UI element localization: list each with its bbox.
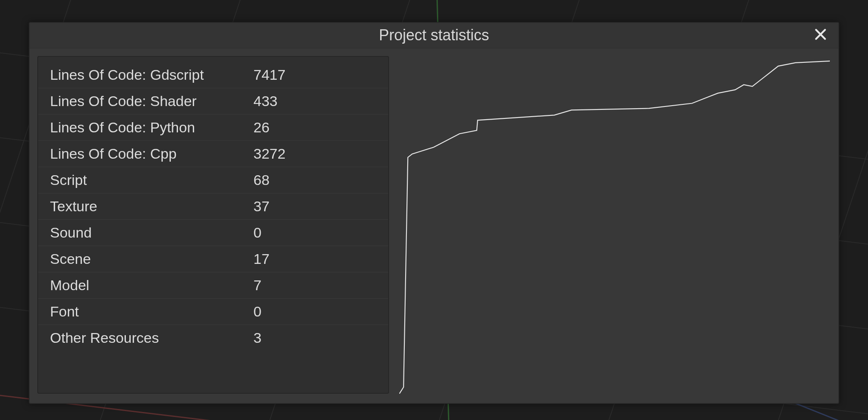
table-row: Model7 — [38, 272, 388, 299]
table-row: Sound0 — [38, 220, 388, 246]
table-row: Scene17 — [38, 246, 388, 272]
table-row: Script68 — [38, 167, 388, 193]
stat-value: 37 — [253, 198, 270, 215]
dialog-body: Lines Of Code: Gdscript7417 Lines Of Cod… — [30, 48, 838, 403]
table-row: Lines Of Code: Python26 — [38, 115, 388, 141]
table-row: Other Resources3 — [38, 325, 388, 351]
stat-label: Other Resources — [50, 330, 253, 346]
stat-value: 0 — [253, 224, 262, 241]
stat-label: Lines Of Code: Python — [50, 119, 253, 136]
stat-label: Lines Of Code: Cpp — [50, 146, 253, 162]
stat-value: 3 — [253, 330, 262, 346]
stat-value: 7417 — [253, 67, 286, 83]
table-row: Texture37 — [38, 193, 388, 220]
loc-chart — [399, 56, 830, 394]
stat-label: Scene — [50, 251, 253, 267]
stat-label: Texture — [50, 198, 253, 215]
stat-value: 26 — [253, 119, 270, 136]
stat-label: Lines Of Code: Gdscript — [50, 67, 253, 83]
stat-label: Script — [50, 172, 253, 188]
dialog-titlebar: Project statistics — [30, 23, 838, 48]
stat-value: 0 — [253, 303, 262, 320]
stat-value: 7 — [253, 277, 262, 294]
table-row: Font0 — [38, 299, 388, 325]
stat-label: Font — [50, 303, 253, 320]
stat-label: Sound — [50, 224, 253, 241]
project-statistics-dialog: Project statistics Lines Of Code: Gdscri… — [29, 22, 839, 404]
close-button[interactable] — [812, 27, 829, 44]
close-icon — [814, 28, 827, 43]
stat-value: 433 — [253, 93, 278, 109]
table-row: Lines Of Code: Shader433 — [38, 88, 388, 115]
stat-label: Lines Of Code: Shader — [50, 93, 253, 109]
stat-value: 68 — [253, 172, 270, 188]
stat-label: Model — [50, 277, 253, 294]
stat-value: 3272 — [253, 146, 286, 162]
table-row: Lines Of Code: Gdscript7417 — [38, 62, 388, 88]
stats-table: Lines Of Code: Gdscript7417 Lines Of Cod… — [37, 56, 389, 394]
dialog-title: Project statistics — [379, 26, 489, 44]
stat-value: 17 — [253, 251, 270, 267]
table-row: Lines Of Code: Cpp3272 — [38, 141, 388, 167]
